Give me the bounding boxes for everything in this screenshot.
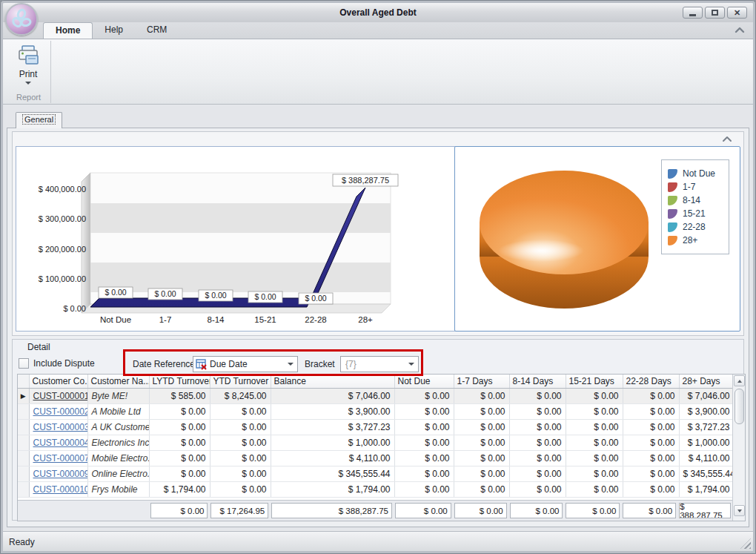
column-header[interactable]: Balance xyxy=(271,375,394,388)
maximize-icon xyxy=(712,10,718,16)
table-row[interactable]: CUST-000009Online Electro...$ 0.00$ 0.00… xyxy=(18,466,734,481)
row-indicator xyxy=(18,403,29,419)
column-header[interactable]: 15-21 Days xyxy=(566,375,623,388)
amount-cell: $ 0.00 xyxy=(210,481,271,497)
amount-cell: $ 0.00 xyxy=(394,388,454,403)
ribbon-tab-help[interactable]: Help xyxy=(93,22,135,39)
ribbon-tab-home[interactable]: Home xyxy=(43,22,93,39)
table-row[interactable]: CUST-000004Electronics Inc.$ 0.00$ 0.00$… xyxy=(18,435,734,450)
arrow-up-icon xyxy=(737,380,742,383)
table-row[interactable]: CUST-000003A UK Custome...$ 0.00$ 0.00$ … xyxy=(18,419,734,435)
table-row[interactable]: CUST-000007Mobile Electro...$ 0.00$ 0.00… xyxy=(18,450,734,466)
pie-legend: Not Due1-78-1415-2122-2828+ xyxy=(661,159,729,254)
amount-cell: $ 0.00 xyxy=(509,466,566,481)
arrow-down-icon xyxy=(737,510,742,512)
report-group: Print Report xyxy=(7,41,51,103)
column-header[interactable]: Customer Co... xyxy=(29,375,87,388)
table-row[interactable]: CUST-000010Frys Mobile$ 1,794.00$ 0.00$ … xyxy=(18,481,734,497)
amount-cell: $ 0.00 xyxy=(566,481,623,497)
column-header[interactable]: Not Due xyxy=(394,375,454,388)
status-text: Ready xyxy=(9,537,35,547)
customer-code-link[interactable]: CUST-000004 xyxy=(33,438,88,448)
customer-code-cell: CUST-000007 xyxy=(29,450,87,466)
ribbon-tab-crm[interactable]: CRM xyxy=(135,22,179,39)
close-button[interactable]: ✕ xyxy=(727,7,747,19)
legend-swatch-icon xyxy=(668,169,677,179)
customer-name-cell: A Mobile Ltd xyxy=(87,403,149,419)
tab-general-label: General xyxy=(23,115,55,124)
title-bar: Overall Aged Debt ✕ xyxy=(3,3,753,22)
amount-cell: $ 3,900.00 xyxy=(271,403,394,419)
grid-header-row: Customer Co...Customer Na...LYTD Turnove… xyxy=(18,375,734,388)
svg-text:$ 0.00: $ 0.00 xyxy=(105,288,126,297)
legend-label: 28+ xyxy=(683,235,697,245)
column-header[interactable]: 8-14 Days xyxy=(509,375,566,388)
total-slot: $ 0.00 xyxy=(149,503,210,518)
column-header[interactable]: YTD Turnover xyxy=(210,375,271,388)
amount-cell: $ 1,794.00 xyxy=(679,481,734,497)
amount-cell: $ 0.00 xyxy=(454,481,509,497)
row-indicator xyxy=(18,450,29,466)
collapse-ribbon-icon[interactable] xyxy=(734,25,746,36)
amount-cell: $ 4,110.00 xyxy=(271,450,394,466)
row-indicator xyxy=(18,419,29,435)
aged-debt-pie-chart: Not Due1-78-1415-2122-2828+ xyxy=(454,146,740,332)
customer-code-link[interactable]: CUST-000009 xyxy=(33,469,88,479)
total-box: $ 0.00 xyxy=(510,503,563,518)
print-button[interactable]: Print xyxy=(10,42,46,88)
minimize-button[interactable] xyxy=(683,7,703,19)
scroll-thumb[interactable] xyxy=(735,389,744,424)
amount-cell: $ 0.00 xyxy=(149,435,210,450)
legend-label: 15-21 xyxy=(683,208,706,219)
customer-code-link[interactable]: CUST-000002 xyxy=(33,406,88,417)
total-slot: $ 0.00 xyxy=(453,503,508,518)
amount-cell: $ 0.00 xyxy=(623,388,679,403)
total-box: $ 0.00 xyxy=(566,503,620,518)
svg-text:$ 400,000.00: $ 400,000.00 xyxy=(39,185,86,194)
table-row[interactable]: CUST-000002A Mobile Ltd$ 0.00$ 0.00$ 3,9… xyxy=(18,403,734,419)
amount-cell: $ 0.00 xyxy=(210,450,271,466)
grid-vertical-scrollbar[interactable] xyxy=(732,375,745,521)
amount-cell: $ 0.00 xyxy=(623,435,679,450)
customer-code-link[interactable]: CUST-000010 xyxy=(33,484,88,495)
amount-cell: $ 0.00 xyxy=(509,419,566,435)
customer-code-link[interactable]: CUST-000007 xyxy=(33,453,88,464)
svg-text:15-21: 15-21 xyxy=(254,315,276,324)
column-header[interactable]: LYTD Turnover xyxy=(149,375,210,388)
legend-entry: 22-28 xyxy=(668,220,723,234)
resize-grip[interactable] xyxy=(740,538,751,549)
amount-cell: $ 0.00 xyxy=(210,403,271,419)
tab-general[interactable]: General xyxy=(16,112,62,128)
amount-cell: $ 7,046.00 xyxy=(271,388,394,403)
legend-swatch-icon xyxy=(668,236,677,245)
app-menu-button[interactable] xyxy=(5,3,38,36)
column-header[interactable]: 28+ Days xyxy=(679,375,734,388)
scroll-down-button[interactable] xyxy=(734,505,745,516)
table-row[interactable]: ▶CUST-000001Byte ME!$ 585.00$ 8,245.00$ … xyxy=(18,388,734,403)
column-header[interactable]: 1-7 Days xyxy=(454,375,509,388)
customer-code-link[interactable]: CUST-000001 xyxy=(33,391,88,401)
column-header[interactable]: 22-28 Days xyxy=(623,375,679,388)
customer-name-cell: Online Electro... xyxy=(87,466,149,481)
amount-cell: $ 0.00 xyxy=(623,481,679,497)
amount-cell: $ 0.00 xyxy=(623,419,679,435)
amount-cell: $ 0.00 xyxy=(210,435,271,450)
legend-entry: 8-14 xyxy=(668,194,723,207)
svg-text:$ 0.00: $ 0.00 xyxy=(254,292,276,301)
svg-text:$ 388,287.75: $ 388,287.75 xyxy=(342,176,389,185)
amount-cell: $ 0.00 xyxy=(454,450,509,466)
scroll-up-button[interactable] xyxy=(734,375,745,386)
amount-cell: $ 0.00 xyxy=(623,403,679,419)
legend-label: 8-14 xyxy=(683,195,700,205)
amount-cell: $ 345,555.44 xyxy=(271,466,394,481)
customer-code-cell: CUST-000010 xyxy=(29,481,87,497)
collapse-charts-icon[interactable] xyxy=(721,135,733,144)
column-header[interactable]: Customer Na... xyxy=(87,375,149,388)
include-dispute-checkbox[interactable]: Include Dispute xyxy=(19,358,95,369)
maximize-button[interactable] xyxy=(705,7,725,19)
filter-row: Include Dispute Date Reference Due Date xyxy=(13,355,743,375)
total-slot: $ 0.00 xyxy=(394,503,453,518)
customer-code-link[interactable]: CUST-000003 xyxy=(33,422,88,432)
trefoil-icon xyxy=(10,8,33,30)
amount-cell: $ 0.00 xyxy=(394,450,454,466)
